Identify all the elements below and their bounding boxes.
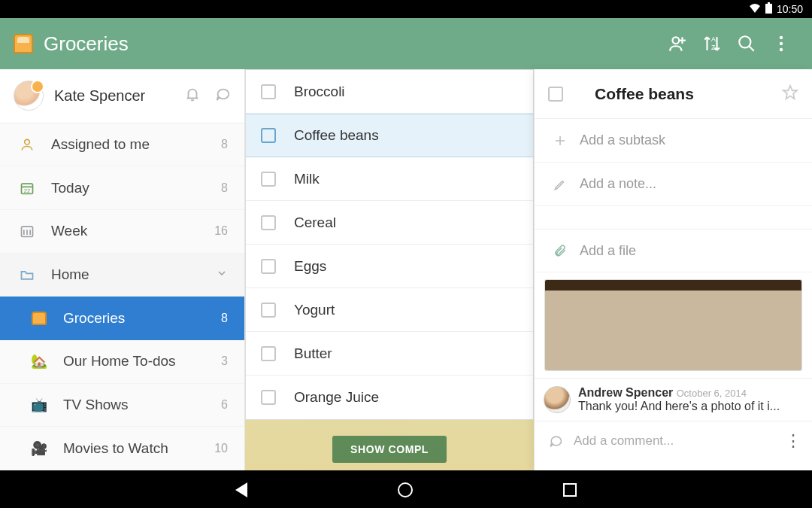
chevron-down-icon xyxy=(216,266,228,283)
task-checkbox[interactable] xyxy=(261,84,276,99)
android-status-bar: 10:50 xyxy=(0,0,812,18)
svg-rect-0 xyxy=(765,4,772,14)
task-label: Milk xyxy=(294,171,320,187)
task-row[interactable]: Butter xyxy=(246,332,533,376)
android-nav-bar xyxy=(0,470,812,508)
svg-text:Z: Z xyxy=(711,44,716,51)
task-row[interactable]: Eggs xyxy=(246,245,533,288)
file-preview[interactable] xyxy=(545,280,801,370)
sidebar-item-assigned[interactable]: Assigned to me 8 xyxy=(0,123,244,167)
comment-author: Andrew Spencer xyxy=(578,386,673,399)
svg-text:A: A xyxy=(711,35,716,43)
task-row[interactable]: Cereal xyxy=(246,201,533,245)
tasks-panel: Broccoli Coffee beans Milk Cereal Eggs Y… xyxy=(245,69,534,470)
pencil-icon xyxy=(550,178,571,191)
profile-row[interactable]: Kate Spencer xyxy=(0,69,244,123)
sidebar-list-home-todos[interactable]: 🏡 Our Home To-dos 3 xyxy=(0,340,244,384)
profile-name: Kate Spencer xyxy=(54,87,184,105)
back-button[interactable] xyxy=(235,482,247,497)
home-button[interactable] xyxy=(398,482,413,497)
svg-rect-1 xyxy=(768,2,770,4)
task-checkbox[interactable] xyxy=(261,128,276,143)
folder-icon xyxy=(17,267,38,282)
paperclip-icon xyxy=(550,244,571,257)
sidebar-item-count: 6 xyxy=(221,398,228,412)
task-row[interactable]: Broccoli xyxy=(246,70,533,114)
sidebar-item-week[interactable]: Week 16 xyxy=(0,210,244,254)
add-comment-row[interactable]: Add a comment... ⋮ xyxy=(535,421,812,460)
sidebar-item-label: Today xyxy=(51,180,221,196)
speech-bubble-icon xyxy=(545,433,566,449)
sidebar-item-label: Movies to Watch xyxy=(63,440,214,457)
sidebar-item-count: 10 xyxy=(214,442,228,455)
svg-point-2 xyxy=(673,37,680,44)
comment-date: October 6, 2014 xyxy=(677,388,747,399)
svg-point-10 xyxy=(780,42,783,45)
task-checkbox[interactable] xyxy=(261,215,276,230)
bell-icon[interactable] xyxy=(184,86,201,105)
svg-line-8 xyxy=(749,46,754,51)
sort-button[interactable]: AZ xyxy=(695,34,729,53)
svg-point-9 xyxy=(780,36,783,39)
task-label: Eggs xyxy=(294,258,326,275)
sidebar-list-movies[interactable]: 🎥 Movies to Watch 10 xyxy=(0,427,244,470)
person-icon xyxy=(17,137,38,152)
task-label: Cereal xyxy=(294,214,336,231)
sidebar-item-count: 3 xyxy=(221,354,228,368)
house-icon: 🏡 xyxy=(29,353,50,370)
share-button[interactable] xyxy=(660,34,695,53)
add-subtask-row[interactable]: Add a subtask xyxy=(535,119,812,163)
battery-icon xyxy=(765,2,772,16)
task-checkbox[interactable] xyxy=(261,172,276,187)
star-icon[interactable] xyxy=(782,84,798,104)
bread-icon xyxy=(29,312,50,325)
sidebar-item-label: Our Home To-dos xyxy=(63,353,221,370)
task-row[interactable]: Coffee beans xyxy=(246,114,533,157)
app-title: Groceries xyxy=(44,32,660,56)
task-row[interactable]: Orange Juice xyxy=(246,376,533,419)
task-checkbox[interactable] xyxy=(261,259,276,274)
task-row[interactable]: Yogurt xyxy=(246,288,533,332)
task-checkbox[interactable] xyxy=(261,303,276,318)
show-completed-button[interactable]: SHOW COMPL xyxy=(332,436,447,463)
status-time: 10:50 xyxy=(777,3,803,15)
add-note-row[interactable]: Add a note... xyxy=(535,163,812,206)
add-comment-label: Add a comment... xyxy=(574,433,674,449)
recents-button[interactable] xyxy=(563,483,577,497)
sidebar-folder-home[interactable]: Home xyxy=(0,254,244,297)
svg-text:22: 22 xyxy=(24,187,30,193)
detail-title: Coffee beans xyxy=(595,85,782,103)
plus-icon xyxy=(550,134,571,148)
task-label: Yogurt xyxy=(294,302,335,318)
task-checkbox[interactable] xyxy=(261,346,276,361)
detail-panel: Coffee beans Add a subtask Add a note...… xyxy=(534,69,812,470)
add-subtask-label: Add a subtask xyxy=(580,132,665,148)
sidebar-list-tv-shows[interactable]: 📺 TV Shows 6 xyxy=(0,384,244,427)
conversations-icon[interactable] xyxy=(214,86,231,105)
task-checkbox[interactable] xyxy=(261,390,276,405)
sidebar-item-count: 8 xyxy=(221,138,228,151)
sidebar-item-label: Home xyxy=(51,266,216,283)
tv-icon: 📺 xyxy=(29,397,50,413)
sidebar-list-groceries[interactable]: Groceries 8 xyxy=(0,297,244,340)
task-label: Coffee beans xyxy=(294,127,379,144)
detail-checkbox[interactable] xyxy=(548,87,563,102)
overflow-menu-button[interactable] xyxy=(764,35,798,52)
task-label: Broccoli xyxy=(294,84,345,100)
add-file-label: Add a file xyxy=(580,243,636,259)
add-note-label: Add a note... xyxy=(580,176,656,192)
calendar-week-icon xyxy=(17,224,38,239)
task-row[interactable]: Milk xyxy=(246,157,533,201)
sidebar-item-label: Assigned to me xyxy=(51,136,221,153)
svg-point-12 xyxy=(25,139,30,144)
comment-avatar xyxy=(544,386,571,413)
avatar xyxy=(14,81,44,111)
comment-menu-icon[interactable]: ⋮ xyxy=(785,431,801,451)
search-button[interactable] xyxy=(729,34,764,53)
sidebar-item-count: 8 xyxy=(221,312,228,325)
add-file-row[interactable]: Add a file xyxy=(535,229,812,272)
sidebar-item-label: Week xyxy=(51,223,214,239)
sidebar-item-today[interactable]: 22 Today 8 xyxy=(0,166,244,210)
sidebar-item-count: 16 xyxy=(214,224,228,238)
comment-item: Andrew Spencer October 6, 2014 Thank you… xyxy=(535,378,812,421)
